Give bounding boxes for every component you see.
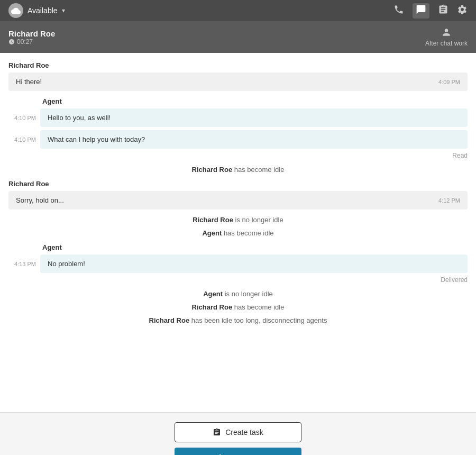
customer-label-1: Richard Roe xyxy=(8,61,468,69)
settings-icon[interactable] xyxy=(457,4,468,17)
status-text-2: is no longer idle xyxy=(235,216,283,224)
nav-left: Available ▾ xyxy=(8,3,65,18)
nav-right xyxy=(393,3,468,19)
status-msg-5: Richard Roe has become idle xyxy=(8,303,468,311)
status-text-4: is no longer idle xyxy=(225,290,273,298)
status-msg-6: Richard Roe has been idle too long, disc… xyxy=(8,316,468,324)
status-name-1: Richard Roe xyxy=(192,166,233,174)
contact-timer: 00:27 xyxy=(8,38,55,46)
create-task-label: Create task xyxy=(225,428,263,436)
customer-bubble-2: Sorry, hold on... 4:12 PM xyxy=(8,191,468,210)
agent-row-3: 4:13 PM No problem! xyxy=(8,254,468,273)
customer-message-2: Richard Roe Sorry, hold on... 4:12 PM xyxy=(8,180,468,210)
customer-time-1: 4:09 PM xyxy=(438,79,460,85)
status-name-5: Richard Roe xyxy=(192,303,233,311)
delivered-label: Delivered xyxy=(8,276,468,284)
agent-label-1: Agent xyxy=(42,97,468,105)
status-text-5: has become idle xyxy=(234,303,285,311)
customer-text-1: Hi there! xyxy=(16,78,42,86)
status-label: Available xyxy=(28,6,58,15)
contact-header: Richard Roe 00:27 After chat work xyxy=(0,21,476,53)
top-nav: Available ▾ xyxy=(0,0,476,21)
contact-info: Richard Roe 00:27 xyxy=(8,29,55,46)
customer-time-2: 4:12 PM xyxy=(438,197,460,204)
agent-bubble-1: Hello to you, as well! xyxy=(40,108,468,127)
customer-message-1: Richard Roe Hi there! 4:09 PM xyxy=(8,61,468,91)
status-msg-2: Richard Roe is no longer idle xyxy=(8,216,468,224)
contact-name: Richard Roe xyxy=(8,29,55,38)
timer-value: 00:27 xyxy=(17,38,33,46)
phone-icon[interactable] xyxy=(393,4,404,17)
after-chat-label: After chat work xyxy=(425,40,468,47)
dropdown-icon[interactable]: ▾ xyxy=(62,7,65,14)
agent-row-1: 4:10 PM Hello to you, as well! xyxy=(8,108,468,127)
status-name-3: Agent xyxy=(202,229,222,237)
agent-time-3: 4:13 PM xyxy=(8,261,36,267)
cloud-icon xyxy=(8,3,23,18)
bottom-actions: Create task Close contact xyxy=(0,413,476,455)
customer-bubble-1: Hi there! 4:09 PM xyxy=(8,72,468,91)
status-msg-4: Agent is no longer idle xyxy=(8,290,468,298)
agent-bubble-2: What can I help you with today? xyxy=(40,130,468,149)
chat-area: Richard Roe Hi there! 4:09 PM Agent 4:10… xyxy=(0,53,476,413)
agent-bubble-3: No problem! xyxy=(40,254,468,273)
read-label: Read xyxy=(8,152,468,159)
status-name-2: Richard Roe xyxy=(193,216,233,224)
agent-label-2: Agent xyxy=(42,243,468,251)
customer-text-2: Sorry, hold on... xyxy=(16,196,64,204)
after-chat-work: After chat work xyxy=(425,27,468,47)
agent-row-2: 4:10 PM What can I help you with today? xyxy=(8,130,468,149)
status-text-3: has become idle xyxy=(224,229,274,237)
status-msg-3: Agent has become idle xyxy=(8,229,468,237)
status-name-4: Agent xyxy=(203,290,223,298)
status-name-6: Richard Roe xyxy=(149,316,190,324)
agent-time-1: 4:10 PM xyxy=(8,115,36,121)
close-contact-button[interactable]: Close contact xyxy=(175,448,301,456)
agent-section-2: Agent 4:13 PM No problem! Delivered xyxy=(8,243,468,284)
create-task-button[interactable]: Create task xyxy=(175,422,301,442)
close-contact-label: Close contact xyxy=(214,453,262,456)
agent-section-1: Agent 4:10 PM Hello to you, as well! 4:1… xyxy=(8,97,468,159)
agent-time-2: 4:10 PM xyxy=(8,136,36,143)
status-text-6: has been idle too long, disconnecting ag… xyxy=(191,316,327,324)
status-text-1: has become idle xyxy=(234,166,285,174)
status-msg-1: Richard Roe has become idle xyxy=(8,166,468,174)
customer-label-2: Richard Roe xyxy=(8,180,468,188)
clipboard-icon[interactable] xyxy=(438,4,448,17)
chat-icon[interactable] xyxy=(413,3,429,19)
